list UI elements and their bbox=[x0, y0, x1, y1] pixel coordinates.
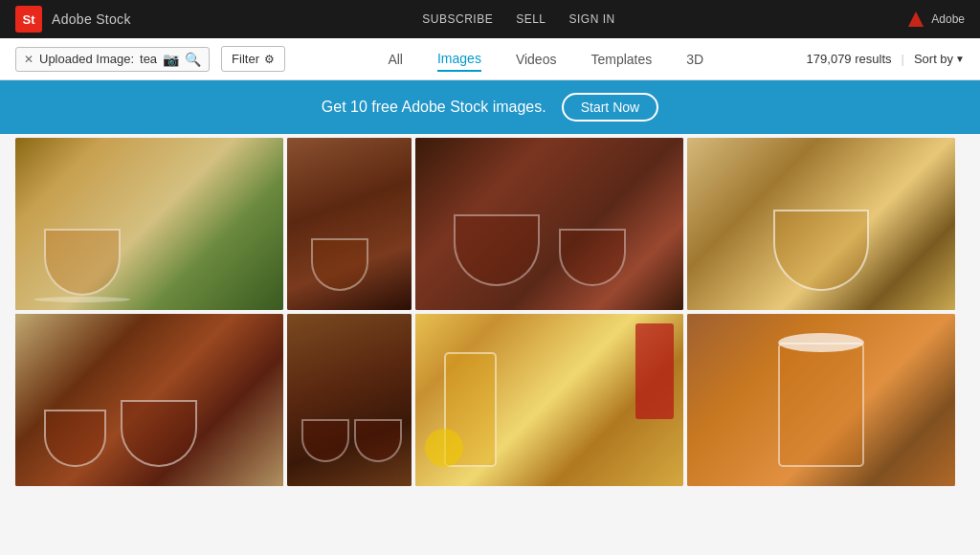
tab-images[interactable]: Images bbox=[437, 47, 481, 72]
tab-templates[interactable]: Templates bbox=[590, 48, 652, 71]
adobe-icon bbox=[906, 10, 925, 29]
search-tag: ✕ Uploaded Image: tea 📷 🔍 bbox=[15, 47, 210, 72]
sort-by-label: Sort by bbox=[914, 52, 953, 66]
adobe-label: Adobe bbox=[931, 12, 965, 26]
image-item-6[interactable] bbox=[287, 314, 412, 486]
start-now-button[interactable]: Start Now bbox=[562, 93, 658, 122]
subscribe-link[interactable]: SUBSCRIBE bbox=[422, 12, 493, 26]
image-item-7[interactable] bbox=[415, 314, 683, 486]
close-search-tag[interactable]: ✕ bbox=[24, 53, 33, 66]
promo-text: Get 10 free Adobe Stock images. bbox=[322, 99, 546, 116]
uploaded-image-label: Uploaded Image: bbox=[39, 52, 134, 66]
sell-link[interactable]: SELL bbox=[516, 12, 546, 26]
filter-button[interactable]: Filter ⚙ bbox=[221, 46, 285, 72]
brand-name: Adobe Stock bbox=[52, 11, 131, 27]
results-sort-area: 179,079 results | Sort by ▼ bbox=[807, 52, 965, 66]
sign-in-link[interactable]: SIGN IN bbox=[569, 12, 615, 26]
nav-links: SUBSCRIBE SELL SIGN IN bbox=[422, 12, 614, 26]
adobe-stock-logo: St bbox=[15, 6, 42, 33]
image-item-4[interactable] bbox=[687, 138, 955, 310]
image-item-3[interactable] bbox=[415, 138, 683, 310]
camera-icon[interactable]: 📷 bbox=[163, 52, 179, 67]
image-item-5[interactable] bbox=[15, 314, 283, 486]
tab-all[interactable]: All bbox=[388, 48, 403, 71]
tab-videos[interactable]: Videos bbox=[516, 48, 557, 71]
chevron-down-icon: ▼ bbox=[955, 54, 965, 64]
image-grid bbox=[0, 134, 980, 490]
filter-label: Filter bbox=[232, 52, 259, 66]
top-navigation: St Adobe Stock SUBSCRIBE SELL SIGN IN Ad… bbox=[0, 0, 980, 38]
tab-navigation: All Images Videos Templates 3D bbox=[297, 47, 795, 72]
image-item-2[interactable] bbox=[287, 138, 412, 310]
search-icon[interactable]: 🔍 bbox=[185, 52, 201, 67]
svg-marker-0 bbox=[908, 11, 924, 27]
image-item-1[interactable] bbox=[15, 138, 283, 310]
sort-by-button[interactable]: Sort by ▼ bbox=[914, 52, 965, 66]
logo-area: St Adobe Stock bbox=[15, 6, 131, 33]
image-item-8[interactable] bbox=[687, 314, 955, 486]
filter-icon: ⚙ bbox=[264, 53, 275, 66]
tab-3d[interactable]: 3D bbox=[686, 48, 703, 71]
separator: | bbox=[902, 52, 904, 66]
search-bar: ✕ Uploaded Image: tea 📷 🔍 Filter ⚙ All I… bbox=[0, 38, 980, 80]
promo-banner: Get 10 free Adobe Stock images. Start No… bbox=[0, 80, 980, 134]
results-count: 179,079 results bbox=[807, 52, 892, 66]
adobe-area: Adobe bbox=[906, 10, 965, 29]
search-query: tea bbox=[140, 52, 157, 66]
